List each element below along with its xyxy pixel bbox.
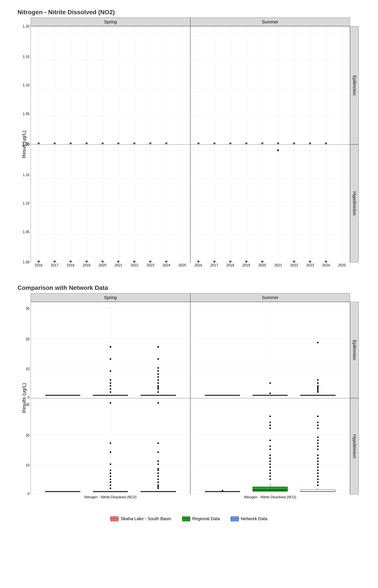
outlier-point: [270, 446, 271, 447]
x-axis-row: Nitrogen - Nitrite Dissolved (NO2) Nitro…: [31, 494, 350, 503]
outlier-point: [317, 446, 319, 447]
outlier-point: [158, 452, 159, 453]
legend-item-regional: Regional Data: [182, 516, 220, 521]
col-header-summer: Summer: [190, 293, 350, 302]
outlier-point: [158, 487, 159, 489]
filler: [350, 263, 359, 271]
chart1-facet-grid: Spring Summer Result (ug/L) 1.20 1.15 1.…: [17, 17, 359, 271]
outlier-point: [158, 472, 159, 474]
chart2-container: Comparison with Network Data Spring Summ…: [9, 284, 369, 503]
col-header-summer: Summer: [190, 17, 350, 26]
panel-summer-epi: [190, 26, 350, 144]
outlier-point: [110, 388, 111, 390]
outlier-point: [317, 379, 319, 381]
x-tick: 2020: [94, 263, 110, 267]
panel-summer-hypo: [190, 398, 350, 494]
outlier-point: [317, 425, 319, 426]
outlier-point: [110, 346, 111, 348]
outlier-point: [110, 391, 111, 393]
outlier-point: [270, 422, 271, 423]
chart1-title: Nitrogen - Nitrite Dissolved (NO2): [17, 9, 369, 16]
x-tick: 2024: [158, 263, 174, 267]
boxplot: [45, 302, 80, 398]
row-header-epi: Epilimnion: [350, 302, 359, 398]
boxplot: [205, 302, 240, 398]
x-tick: 2019: [79, 263, 94, 267]
outlier-point: [270, 425, 271, 426]
boxplot: [205, 398, 240, 494]
outlier-point: [158, 478, 159, 480]
outlier-point: [270, 454, 271, 456]
panel-spring-epi: 30 20 10 0: [31, 302, 190, 398]
outlier-point: [158, 388, 159, 390]
outlier-point: [110, 484, 111, 486]
col-header-spring: Spring: [31, 293, 190, 302]
outlier-point: [110, 382, 111, 384]
outlier-point: [110, 464, 111, 465]
x-tick: 2018: [222, 263, 238, 267]
x-tick: 2023: [302, 263, 318, 267]
y-ticks: 30 20 10 0: [19, 398, 31, 494]
x-tick: 2021: [110, 263, 126, 267]
outlier-point: [110, 402, 111, 404]
outlier-point: [158, 373, 159, 375]
y-ticks: 1.20 1.15 1.10 1.05 1.00: [19, 27, 31, 144]
legend-item-network: Network Data: [231, 516, 267, 521]
outlier-point: [270, 393, 271, 394]
legend-key-blue-icon: [231, 517, 239, 521]
outlier-point: [317, 464, 319, 465]
outlier-point: [317, 416, 319, 417]
outlier-point: [110, 478, 111, 480]
x-tick: 2020: [254, 263, 270, 267]
x-tick: 2024: [318, 263, 334, 267]
outlier-point: [270, 457, 271, 459]
x-tick: 2021: [270, 263, 286, 267]
outlier-point: [158, 402, 159, 404]
x-tick: 2023: [142, 263, 158, 267]
legend-label: Regional Data: [192, 516, 220, 521]
outlier-point: [158, 464, 159, 465]
outlier-point: [317, 454, 319, 456]
y-ticks: 30 20 10 0: [19, 302, 31, 398]
outlier-point: [110, 472, 111, 474]
outlier-point: [317, 472, 319, 474]
outlier-point: [270, 460, 271, 462]
outlier-point: [158, 486, 159, 487]
x-tick: 2016: [31, 263, 47, 267]
outlier-point: [158, 358, 159, 360]
outlier-point: [110, 481, 111, 483]
outlier-point: [270, 475, 271, 477]
row-header-hypo: Hypolimnion: [350, 398, 359, 494]
legend-key-green-icon: [182, 517, 190, 521]
outlier-point: [110, 487, 111, 489]
x-tick: 2016: [190, 263, 206, 267]
x-ticks-left: 2016201720182019202020212022202320242025: [31, 263, 190, 271]
boxplot: [45, 398, 80, 494]
outlier-point: [317, 469, 319, 471]
legend-key-red-icon: [110, 517, 118, 521]
legend-item-skaha: Skaha Lake - South Basin: [110, 516, 171, 521]
outlier-point: [270, 472, 271, 474]
outlier-point: [110, 358, 111, 360]
outlier-point: [110, 452, 111, 453]
outlier-point: [270, 440, 271, 441]
outlier-point: [222, 490, 223, 491]
legend-label: Network Data: [241, 516, 267, 521]
outlier-point: [317, 436, 319, 438]
x-tick: 2017: [47, 263, 63, 267]
x-ticks-right: 2016201720182019202020212022202320242025: [190, 263, 350, 271]
outlier-point: [110, 370, 111, 372]
outlier-point: [270, 448, 271, 450]
outlier-point: [317, 457, 319, 459]
outlier-point: [270, 464, 271, 465]
outlier-point: [158, 370, 159, 372]
outlier-point: [158, 379, 159, 381]
outlier-point: [270, 416, 271, 417]
x-label-right: Nitrogen - Nitrite Dissolved (NO2): [190, 494, 350, 503]
y-ticks: 1.20 1.15 1.10 1.05 1.00: [19, 145, 31, 262]
outlier-point: [317, 440, 319, 441]
row-header-epi: Epilimnion: [350, 26, 359, 144]
x-tick: 2025: [334, 263, 350, 267]
chart2-facet-grid: Spring Summer Results (ug/L) 30 20 10 0 …: [17, 293, 359, 503]
outlier-point: [317, 391, 319, 393]
